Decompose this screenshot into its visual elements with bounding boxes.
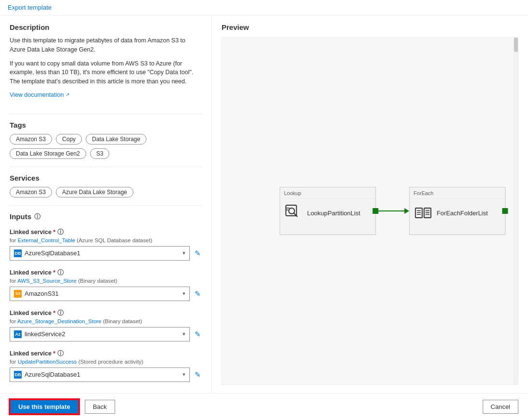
service-amazon-s3: Amazon S3: [10, 187, 52, 197]
dropdown-row-3: Az linkedService2 ✎: [10, 327, 202, 341]
foreach-node-body: ForEachFolderList: [409, 198, 505, 227]
dropdown-row-4: DB AzureSqlDatabase1 ✎: [10, 368, 202, 382]
connector-arrow: [404, 208, 409, 214]
description-title: Description: [10, 23, 202, 31]
view-documentation-link[interactable]: View documentation ↗: [10, 92, 69, 98]
linked-service-sub-link-1[interactable]: External_Control_Table: [18, 237, 76, 243]
scrollbar-right[interactable]: [513, 38, 518, 384]
foreach-node-label: ForEachFolderList: [436, 210, 488, 217]
services-title: Services: [10, 174, 202, 182]
foreach-node: ForEach ForEachFol: [409, 187, 505, 235]
services-container: Amazon S3 Azure Data Lake Storage: [10, 187, 202, 197]
linked-service-sub-1: for External_Control_Table (Azure SQL Da…: [10, 237, 202, 243]
cancel-button[interactable]: Cancel: [483, 400, 518, 414]
linked-service-dropdown-1[interactable]: DB AzureSqlDatabase1: [10, 246, 190, 261]
linked-service-group-1: Linked service * ⓘ for External_Control_…: [10, 228, 202, 261]
pipeline-container: Lookup LookupPartitionList: [279, 187, 505, 235]
linked-service-label-3: Linked service * ⓘ: [10, 309, 202, 317]
preview-canvas: Lookup LookupPartitionList: [222, 37, 518, 385]
description-para-2: If you want to copy small data volume fr…: [10, 59, 202, 86]
linked-service-group-2: Linked service * ⓘ for AWS_S3_Source_Sto…: [10, 268, 202, 301]
lookup-output-dot: [372, 208, 378, 214]
linked-service-sub-4: for UpdatePartitionSuccess (Stored proce…: [10, 359, 202, 365]
lookup-icon: [285, 204, 302, 222]
divider-3: [10, 205, 202, 206]
linked-service-label-1: Linked service * ⓘ: [10, 228, 202, 236]
linked-service-info-icon-3[interactable]: ⓘ: [57, 309, 64, 316]
linked-service-sub-2: for AWS_S3_Source_Store (Binary dataset): [10, 278, 202, 284]
linked-service-group-4: Linked service * ⓘ for UpdatePartitionSu…: [10, 349, 202, 382]
bottom-left: Use this template Back: [10, 399, 115, 414]
linked-service-info-icon-4[interactable]: ⓘ: [57, 350, 64, 357]
preview-title: Preview: [222, 23, 518, 31]
edit-linked-service-4[interactable]: ✎: [194, 369, 202, 380]
lookup-node-label: LookupPartitionList: [307, 210, 360, 217]
bottom-bar: Use this template Back Cancel: [0, 393, 528, 420]
linked-service-sub-link-2[interactable]: AWS_S3_Source_Store: [17, 278, 77, 284]
tags-section: Tags Amazon S3 Copy Data Lake Storage Da…: [10, 121, 202, 159]
lookup-node-body: LookupPartitionList: [280, 198, 375, 227]
db-icon-1: DB: [14, 249, 22, 257]
dropdown-row-2: S3 AmazonS31 ✎: [10, 287, 202, 301]
tag-amazon-s3: Amazon S3: [10, 134, 52, 144]
tag-s3: S3: [90, 148, 110, 159]
foreach-node-header: ForEach: [409, 187, 505, 198]
top-bar: Export template: [0, 0, 528, 15]
svg-rect-6: [424, 208, 431, 218]
linked-service-sub-link-4[interactable]: UpdatePartitionSuccess: [18, 359, 77, 365]
inputs-section: Inputs ⓘ Linked service * ⓘ for External…: [10, 212, 202, 382]
export-template-link[interactable]: Export template: [8, 4, 52, 11]
linked-service-info-icon-2[interactable]: ⓘ: [57, 269, 64, 276]
linked-service-label-4: Linked service * ⓘ: [10, 349, 202, 358]
divider-2: [10, 167, 202, 167]
external-link-icon: ↗: [66, 92, 69, 97]
inputs-info-icon[interactable]: ⓘ: [34, 212, 40, 221]
tag-data-lake-storage-gen2: Data Lake Storage Gen2: [10, 148, 86, 159]
linked-service-label-2: Linked service * ⓘ: [10, 268, 202, 277]
amazon-icon-1: S3: [14, 290, 22, 298]
lookup-node-header: Lookup: [280, 187, 375, 198]
linked-service-sub-3: for Azure_Storage_Destination_Store (Bin…: [10, 318, 202, 324]
scrollbar-thumb[interactable]: [514, 38, 518, 52]
edit-linked-service-2[interactable]: ✎: [194, 289, 202, 299]
linked-service-sub-link-3[interactable]: Azure_Storage_Destination_Store: [17, 318, 102, 324]
divider-1: [10, 114, 202, 114]
service-azure-dls: Azure Data Lake Storage: [56, 187, 133, 197]
description-para-1: Use this template to migrate petabytes o…: [10, 36, 202, 54]
main-content: Description Use this template to migrate…: [0, 15, 528, 393]
tag-data-lake-storage: Data Lake Storage: [86, 134, 146, 144]
dropdown-row-1: DB AzureSqlDatabase1 ✎: [10, 246, 202, 261]
tags-container: Amazon S3 Copy Data Lake Storage Data La…: [10, 134, 202, 159]
connector-line: [376, 210, 405, 211]
left-panel: Description Use this template to migrate…: [0, 15, 212, 393]
tags-title: Tags: [10, 121, 202, 129]
linked-service-dropdown-4[interactable]: DB AzureSqlDatabase1: [10, 368, 190, 382]
right-panel: Preview Lookup: [212, 15, 528, 393]
services-section: Services Amazon S3 Azure Data Lake Stora…: [10, 174, 202, 197]
db-icon-4: DB: [14, 371, 22, 379]
linked-service-dropdown-2[interactable]: S3 AmazonS31: [10, 287, 190, 301]
edit-linked-service-1[interactable]: ✎: [194, 248, 202, 259]
svg-rect-5: [415, 208, 422, 218]
lookup-node: Lookup LookupPartitionList: [279, 187, 376, 235]
back-button[interactable]: Back: [85, 400, 115, 414]
use-template-button[interactable]: Use this template: [10, 399, 79, 414]
linked-service-group-3: Linked service * ⓘ for Azure_Storage_Des…: [10, 309, 202, 341]
foreach-icon: [414, 204, 432, 222]
tag-copy: Copy: [56, 134, 82, 144]
edit-linked-service-3[interactable]: ✎: [194, 329, 202, 340]
connector: [376, 208, 409, 214]
inputs-title: Inputs ⓘ: [10, 212, 202, 221]
db-icon-3: Az: [14, 330, 22, 338]
linked-service-info-icon-1[interactable]: ⓘ: [57, 228, 64, 236]
foreach-output-dot: [502, 208, 508, 214]
linked-service-dropdown-3[interactable]: Az linkedService2: [10, 327, 190, 341]
